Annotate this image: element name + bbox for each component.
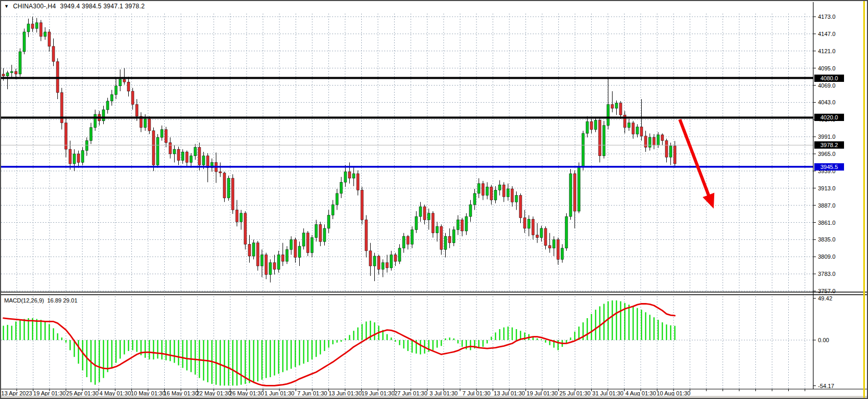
candle-body [357,174,359,190]
candle-body [377,256,380,269]
candle-body [77,154,80,162]
candle-body [44,32,46,37]
price-tick-label: 3783.0 [818,271,836,277]
candle-body [674,146,676,164]
candle-body [628,123,630,128]
candle-body [394,255,397,261]
candle-body [557,239,559,259]
candle-body [319,224,322,241]
candle-body [478,184,480,194]
candle-body [31,24,34,29]
price-tick-label: 3757.0 [818,288,836,294]
candle-body [373,256,376,266]
candle-body [457,220,459,229]
candle-body [661,135,664,140]
candle-body [52,46,55,62]
chart-title-bar: ▼ CHINA300-,H4 3949.4 3984.5 3947.1 3978… [4,3,145,10]
candle-body [127,82,130,91]
symbol-dropdown-icon[interactable]: ▼ [4,4,9,9]
candle-body [173,149,176,154]
candle-body [365,220,368,250]
candle-body [632,123,634,134]
candle-body [198,147,201,165]
candle-body [136,104,138,116]
candle-body [415,216,418,229]
candle-body [382,263,384,270]
resistance-upper-price-badge: 4080.0 [814,75,844,82]
candle-body [649,137,651,147]
candle-body [469,204,472,216]
price-tick-label: 3861.0 [818,220,836,226]
macd-tick-label: 0.00 [818,337,829,343]
price-tick-label: 3991.0 [818,134,836,140]
candle-body [644,136,647,147]
candle-body [119,79,121,86]
candle-body [619,103,622,115]
current-price-badge: 3978.2 [814,141,844,149]
candle-body [432,213,434,233]
candle-body [336,194,338,204]
candle-body [582,134,584,167]
candle-body [6,72,9,76]
candle-body [594,120,597,130]
candle-body [148,119,151,131]
candle-body [490,187,493,200]
candle-body [423,207,426,220]
price-tick-label: 3835.0 [818,236,836,243]
right-edge-marker-stripe [863,1,865,399]
candle-body [340,182,343,193]
price-tick-label: 4095.0 [818,65,836,71]
candle-body [419,207,422,216]
candle-body [40,22,42,37]
candle-body [653,137,655,145]
candle-body [494,190,497,200]
trend-arrow-head[interactable] [703,193,714,209]
candle-body [190,156,192,163]
candle-body [436,226,438,233]
candle-body [561,248,564,259]
candle-body [294,239,297,257]
candle-body [515,196,518,202]
candle-body [111,94,113,101]
price-tick-label: 3809.0 [818,253,836,260]
price-tick-label: 4147.0 [818,31,836,37]
macd-values: 16.89 29.01 [47,297,77,304]
candle-body [553,239,555,248]
candle-body [607,104,609,125]
trend-arrow-shaft[interactable] [680,119,710,198]
candle-body [181,152,184,160]
macd-signal-line [4,304,675,385]
candle-body [657,135,659,145]
candle-body [106,101,109,110]
candle-body [23,32,26,52]
macd-tick-label: 49.42 [818,295,833,301]
candle-body [248,244,251,256]
candle-body [48,32,51,46]
candle-body [311,238,313,253]
candle-body [277,255,280,269]
candle-body [548,246,551,248]
ohlc-values: 3949.4 3984.5 3947.1 3978.2 [60,3,144,10]
candle-body [598,120,601,156]
candlestick-chart-canvas[interactable]: 4173.04147.04121.04095.04069.04043.04017… [1,1,868,399]
candle-body [290,239,292,249]
macd-name: MACD(12,26,9) [4,297,44,304]
candle-body [503,185,505,197]
mt4-chart-window: ▼ CHINA300-,H4 3949.4 3984.5 3947.1 3978… [0,0,868,399]
candle-body [444,236,447,249]
candle-body [528,219,530,228]
candle-body [640,127,643,136]
candle-body [511,189,514,202]
candle-body [315,224,317,237]
candle-body [523,218,526,228]
candle-body [636,127,639,134]
candle-body [123,79,126,82]
candle-body [73,154,76,164]
candle-body [165,129,167,142]
candle-body [519,196,522,218]
candle-body [532,219,534,235]
candle-body [115,86,117,94]
candle-body [298,246,301,257]
candle-body [177,149,180,160]
candle-body [2,74,5,76]
